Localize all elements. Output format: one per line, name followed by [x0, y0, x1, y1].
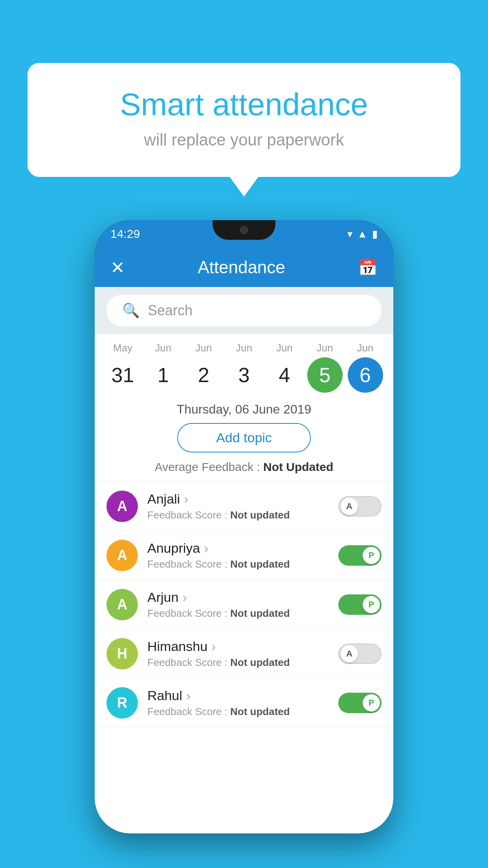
- date-month: Jun: [224, 342, 264, 354]
- student-info: RahulFeedback Score : Not updated: [147, 688, 329, 718]
- attendance-toggle[interactable]: A: [338, 644, 382, 664]
- battery-icon: ▮: [372, 228, 378, 240]
- date-item[interactable]: Jun6: [345, 342, 385, 393]
- student-feedback: Feedback Score : Not updated: [147, 509, 329, 521]
- date-month: Jun: [143, 342, 183, 354]
- bubble-title: Smart attendance: [59, 86, 429, 123]
- date-scroller: May31Jun1Jun2Jun3Jun4Jun5Jun6: [95, 334, 393, 393]
- search-placeholder: Search: [148, 302, 193, 319]
- toggle-wrap: P: [338, 693, 382, 713]
- app-header: ✕ Attendance 📅: [95, 248, 393, 287]
- search-bar-container: 🔍 Search: [95, 287, 393, 334]
- close-button[interactable]: ✕: [110, 257, 125, 278]
- student-feedback: Feedback Score : Not updated: [147, 558, 329, 570]
- date-day: 5: [307, 357, 343, 393]
- speech-bubble: Smart attendance will replace your paper…: [28, 63, 460, 177]
- bubble-subtitle: will replace your paperwork: [59, 131, 429, 149]
- date-day: 3: [226, 357, 262, 393]
- student-name[interactable]: Himanshu: [147, 639, 329, 654]
- date-item[interactable]: Jun3: [224, 342, 264, 393]
- student-avatar: H: [106, 638, 138, 669]
- toggle-wrap: P: [338, 545, 382, 566]
- attendance-toggle[interactable]: P: [338, 545, 382, 566]
- student-list-item: AAnupriyaFeedback Score : Not updatedP: [95, 531, 393, 580]
- toggle-knob: A: [341, 498, 358, 515]
- avg-feedback: Average Feedback : Not Updated: [95, 460, 393, 482]
- camera-cutout: [240, 226, 248, 234]
- attendance-toggle[interactable]: P: [338, 693, 382, 713]
- date-month: May: [103, 342, 143, 354]
- student-avatar: R: [106, 687, 138, 719]
- date-month: Jun: [183, 342, 224, 354]
- avg-feedback-label: Average Feedback :: [155, 460, 260, 473]
- student-feedback: Feedback Score : Not updated: [147, 657, 329, 669]
- student-name[interactable]: Arjun: [147, 590, 329, 605]
- header-title: Attendance: [198, 257, 285, 277]
- student-info: AnjaliFeedback Score : Not updated: [147, 491, 329, 521]
- notch: [213, 220, 275, 240]
- status-icons: ▾ ▲ ▮: [347, 228, 378, 240]
- student-info: AnupriyaFeedback Score : Not updated: [147, 541, 329, 570]
- date-item[interactable]: May31: [103, 342, 143, 393]
- toggle-knob: A: [341, 645, 358, 662]
- student-info: HimanshuFeedback Score : Not updated: [147, 639, 329, 669]
- student-list-item: RRahulFeedback Score : Not updatedP: [95, 679, 393, 728]
- date-item[interactable]: Jun1: [143, 342, 183, 393]
- student-avatar: A: [106, 589, 138, 620]
- date-month: Jun: [345, 342, 385, 354]
- student-avatar: A: [106, 491, 138, 522]
- student-name[interactable]: Anupriya: [147, 541, 329, 556]
- toggle-wrap: P: [338, 594, 382, 615]
- attendance-toggle[interactable]: A: [338, 496, 382, 517]
- student-list-item: HHimanshuFeedback Score : Not updatedA: [95, 629, 393, 679]
- date-day: 31: [105, 357, 140, 393]
- toggle-knob: P: [363, 547, 380, 564]
- date-item[interactable]: Jun4: [264, 342, 305, 393]
- signal-icon: ▲: [357, 228, 367, 240]
- toggle-wrap: A: [338, 644, 382, 664]
- student-feedback: Feedback Score : Not updated: [147, 706, 329, 718]
- student-list: AAnjaliFeedback Score : Not updatedAAAnu…: [95, 482, 393, 728]
- date-item[interactable]: Jun2: [183, 342, 224, 393]
- toggle-knob: P: [363, 596, 380, 613]
- attendance-toggle[interactable]: P: [338, 594, 382, 615]
- date-day: 2: [186, 357, 221, 393]
- student-feedback: Feedback Score : Not updated: [147, 607, 329, 620]
- status-bar: 14:29 ▾ ▲ ▮: [95, 220, 393, 248]
- student-name[interactable]: Rahul: [147, 688, 329, 703]
- student-info: ArjunFeedback Score : Not updated: [147, 590, 329, 620]
- date-day: 1: [145, 357, 181, 393]
- student-name[interactable]: Anjali: [147, 491, 329, 507]
- date-day: 4: [267, 357, 302, 393]
- student-list-item: AAnjaliFeedback Score : Not updatedA: [95, 482, 393, 531]
- avg-feedback-value: Not Updated: [263, 460, 333, 473]
- status-time: 14:29: [110, 227, 140, 241]
- selected-date: Thursday, 06 June 2019: [95, 393, 393, 423]
- date-month: Jun: [305, 342, 345, 354]
- search-icon: 🔍: [122, 302, 140, 319]
- date-month: Jun: [264, 342, 305, 354]
- search-input[interactable]: 🔍 Search: [106, 295, 382, 326]
- toggle-knob: P: [363, 694, 380, 712]
- screen-content: 🔍 Search May31Jun1Jun2Jun3Jun4Jun5Jun6 T…: [95, 287, 393, 833]
- date-day: 6: [348, 357, 383, 393]
- calendar-icon[interactable]: 📅: [358, 258, 378, 277]
- wifi-icon: ▾: [347, 228, 352, 240]
- student-list-item: AArjunFeedback Score : Not updatedP: [95, 580, 393, 629]
- date-item[interactable]: Jun5: [305, 342, 345, 393]
- add-topic-button[interactable]: Add topic: [177, 423, 311, 452]
- student-avatar: A: [106, 540, 138, 571]
- toggle-wrap: A: [338, 496, 382, 517]
- phone-frame: 14:29 ▾ ▲ ▮ ✕ Attendance 📅 🔍 Search May3…: [95, 220, 393, 833]
